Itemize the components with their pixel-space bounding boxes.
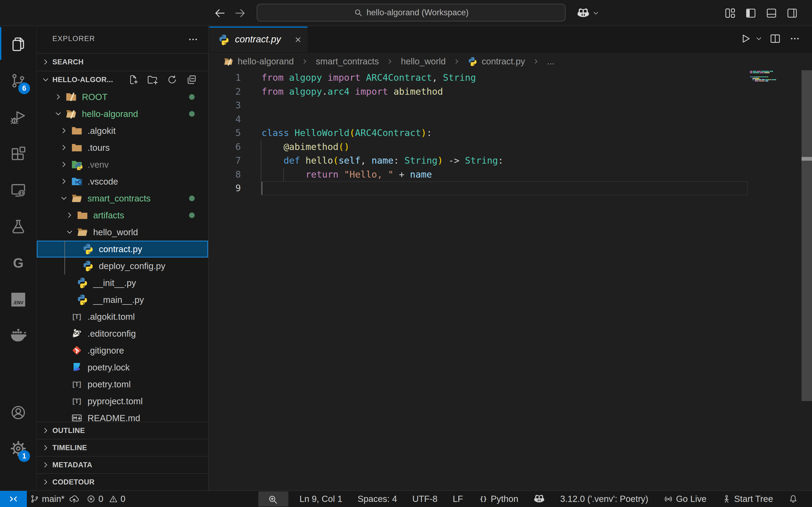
remote-indicator[interactable] <box>0 491 27 507</box>
status-language-mode[interactable]: {}Python <box>478 491 518 507</box>
breadcrumb-hello-world[interactable]: hello_world <box>401 56 446 66</box>
new-folder-button[interactable] <box>147 74 159 86</box>
tree-item-poetry-lock[interactable]: poetry.lock <box>37 359 208 376</box>
refresh-button[interactable] <box>166 74 178 86</box>
sidebar-section-workspace[interactable]: HELLO-ALGOR... <box>37 71 208 88</box>
git-branch-status[interactable]: main* <box>30 491 80 507</box>
breadcrumb-smart-contracts[interactable]: smart_contracts <box>316 56 379 66</box>
activity-bar-item-testing[interactable] <box>0 209 36 245</box>
activity-bar-item-source-control[interactable]: 6 <box>0 62 36 99</box>
sidebar-section-metadata[interactable]: METADATA <box>37 456 208 473</box>
tab-contract-py[interactable]: contract.py <box>209 26 307 52</box>
tree-item-deploy-config-py[interactable]: deploy_config.py <box>37 258 208 274</box>
tree-item-gitignore[interactable]: .gitignore <box>37 342 208 359</box>
editor-scrollbar[interactable] <box>802 70 812 401</box>
status-indentation[interactable]: Spaces: 4 <box>358 491 397 507</box>
toggle-panel-button[interactable] <box>765 7 778 19</box>
tree-item-contract-py[interactable]: contract.py <box>37 241 208 258</box>
nav-forward-button[interactable] <box>233 7 247 19</box>
breadcrumb-contract-py[interactable]: contract.py <box>468 56 525 66</box>
breadcrumb--[interactable]: ... <box>547 56 555 66</box>
minimap-line <box>752 79 754 80</box>
tree-item-artifacts[interactable]: artifacts <box>37 207 208 224</box>
nav-back-button[interactable] <box>213 7 227 19</box>
activity-bar-item-docker[interactable] <box>0 318 36 354</box>
line-number: 9 <box>209 181 241 195</box>
tree-item-vscode[interactable]: .vscode <box>37 173 208 190</box>
activity-bar-item-run-and-debug[interactable] <box>0 99 36 135</box>
markdown-icon <box>71 412 83 422</box>
activity-bar-item-dotenv[interactable]: .ENV <box>0 281 36 318</box>
tab-close-icon[interactable] <box>294 36 302 44</box>
text-cursor <box>261 182 262 195</box>
toggle-secondary-sidebar-icon <box>786 7 798 19</box>
code-area[interactable]: 1from algopy import ARC4Contract, String… <box>209 70 812 490</box>
copilot-icon <box>534 493 545 505</box>
explorer-more-actions-button[interactable] <box>185 31 202 48</box>
tree-item-root[interactable]: ROOT <box>37 89 208 105</box>
sidebar-section-codetour[interactable]: CODETOUR <box>37 473 208 490</box>
copilot-menu-button[interactable] <box>573 6 603 20</box>
split-editor-button[interactable] <box>770 33 790 45</box>
command-center-search[interactable]: hello-algorand (Workspace) <box>257 4 565 21</box>
toggle-primary-sidebar-button[interactable] <box>745 7 757 19</box>
status-copilot[interactable] <box>534 491 545 507</box>
sidebar-section-search[interactable]: SEARCH <box>37 53 208 70</box>
minimap-line <box>750 71 752 72</box>
tree-item-main-py[interactable]: __main__.py <box>37 291 208 308</box>
status-start-tree[interactable]: Start Tree <box>722 491 773 507</box>
toggle-secondary-sidebar-button[interactable] <box>786 7 798 19</box>
activity-bar-item-accounts[interactable] <box>0 394 36 431</box>
tree-item-smart-contracts[interactable]: smart_contracts <box>37 190 208 207</box>
activity-bar-item-explorer[interactable] <box>0 26 36 62</box>
problems-status[interactable]: 0 0 <box>87 491 125 507</box>
tree-item-init-py[interactable]: __init__.py <box>37 274 208 291</box>
sidebar-section-timeline[interactable]: TIMELINE <box>37 439 208 456</box>
copilot-icon <box>577 7 590 19</box>
customize-layout-button[interactable] <box>724 7 736 19</box>
tree-item-label: hello_world <box>93 224 138 241</box>
tree-item-hello-algorand[interactable]: hello-algorand <box>37 105 208 122</box>
tree-item-poetry-toml[interactable]: [T]poetry.toml <box>37 376 208 393</box>
new-file-button[interactable] <box>128 74 139 86</box>
code-line-6: @abimethod() <box>261 140 350 154</box>
status-label: Python <box>491 494 518 504</box>
chevron-right-icon <box>42 427 50 435</box>
editor-more-actions-button[interactable] <box>790 33 812 45</box>
tree-item-readme-md[interactable]: README.md <box>37 410 208 422</box>
status-label: Start Tree <box>734 494 773 504</box>
tree-item-label: .tours <box>88 139 110 156</box>
tree-item-hello-world[interactable]: hello_world <box>37 224 208 241</box>
status-encoding[interactable]: UTF-8 <box>412 491 438 507</box>
activity-bar-item-extensions[interactable] <box>0 135 36 172</box>
tree-item-algokit-toml[interactable]: [T].algokit.toml <box>37 308 208 325</box>
tree-item-label: smart_contracts <box>88 190 151 207</box>
sidebar-section-outline[interactable]: OUTLINE <box>37 422 208 439</box>
python-file-icon <box>218 34 230 45</box>
tree-item-editorconfig[interactable]: .editorconfig <box>37 325 208 342</box>
python-icon <box>77 277 88 288</box>
run-python-file-button[interactable] <box>740 33 755 46</box>
toggle-primary-sidebar-icon <box>745 7 756 19</box>
run-dropdown-button[interactable] <box>755 35 770 44</box>
chevron-right-icon <box>42 58 50 66</box>
current-line-highlight <box>261 181 748 195</box>
status-notifications[interactable] <box>789 491 798 507</box>
status-python-interpreter[interactable]: 3.12.0 ('.venv': Poetry) <box>560 491 648 507</box>
tree-item-pyproject-toml[interactable]: [T]pyproject.toml <box>37 393 208 410</box>
activity-bar-item-remote-explorer[interactable] <box>0 172 36 209</box>
collapse-all-button[interactable] <box>186 74 197 86</box>
zoom-in-icon <box>267 494 278 505</box>
minimap-line <box>757 71 760 72</box>
tree-item-algokit[interactable]: .algokit <box>37 122 208 139</box>
tree-item-tours[interactable]: .tours <box>37 139 208 156</box>
tree-item-venv[interactable]: .venv <box>37 156 208 173</box>
breadcrumb-hello-algorand[interactable]: hello-algorand <box>224 56 294 66</box>
status-eol[interactable]: LF <box>453 491 463 507</box>
status-cursor-position[interactable]: Ln 9, Col 1 <box>299 491 342 507</box>
line-number: 4 <box>209 112 241 126</box>
status-go-live[interactable]: Go Live <box>663 491 706 507</box>
activity-bar-item-gitlens[interactable]: G <box>0 245 36 281</box>
accounts-icon <box>10 404 27 421</box>
activity-bar-item-settings[interactable]: 1 <box>0 430 36 467</box>
